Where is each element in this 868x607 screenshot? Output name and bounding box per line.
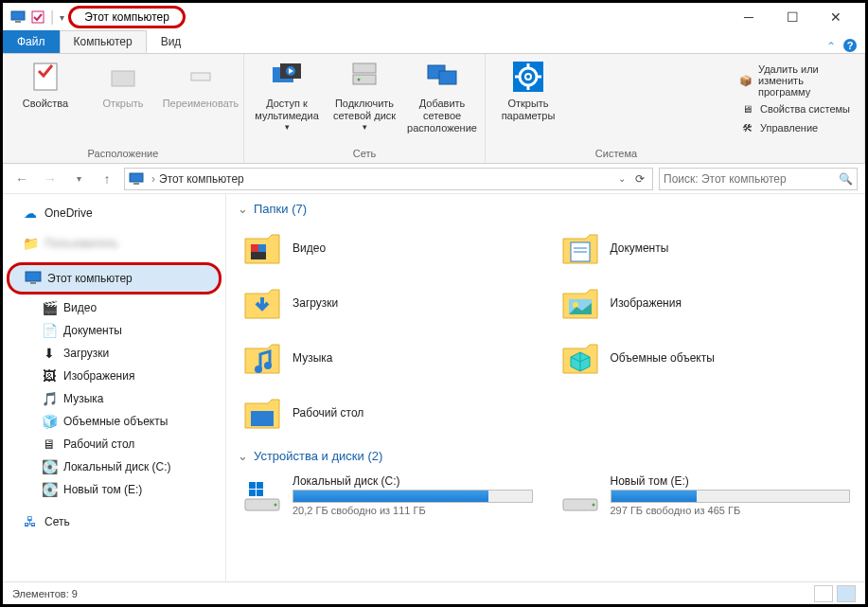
nav-up-button[interactable]: ↑ xyxy=(96,168,118,190)
maximize-button[interactable]: ☐ xyxy=(771,3,814,31)
view-tiles-icon[interactable] xyxy=(837,585,856,602)
drive-item[interactable]: Локальный диск (C:)20,2 ГБ свободно из 1… xyxy=(238,471,537,520)
nav-item[interactable]: 💽Локальный диск (C:) xyxy=(3,455,225,478)
nav-network[interactable]: 🖧Сеть xyxy=(3,510,225,533)
open-settings-button[interactable]: Открыть параметры xyxy=(493,60,563,146)
system-props-icon: 🖥 xyxy=(739,101,754,116)
folder-item[interactable]: Объемные объекты xyxy=(556,333,855,383)
chevron-down-icon: ⌄ xyxy=(238,202,248,216)
svg-rect-43 xyxy=(257,490,263,496)
nav-user-folder[interactable]: 📁Пользователь xyxy=(3,232,225,255)
folder-icon xyxy=(241,282,283,324)
system-small-buttons: 📦Удалить или изменить программу 🖥Свойств… xyxy=(739,60,857,161)
ribbon: Свойства Открыть Переименовать Расположе… xyxy=(3,54,865,164)
onedrive-icon: ☁ xyxy=(22,205,39,222)
folder-icon: 🖥 xyxy=(41,436,58,453)
nav-recent-icon[interactable]: ▾ xyxy=(67,168,90,190)
svg-rect-40 xyxy=(249,482,256,489)
breadcrumb-segment[interactable]: Этот компьютер xyxy=(159,172,244,186)
close-button[interactable]: ✕ xyxy=(814,3,858,31)
media-icon xyxy=(270,60,304,94)
tab-view[interactable]: Вид xyxy=(147,30,196,53)
folder-item[interactable]: Музыка xyxy=(238,333,537,383)
svg-rect-37 xyxy=(251,411,274,426)
status-text: Элементов: 9 xyxy=(12,588,78,599)
uninstall-button[interactable]: 📦Удалить или изменить программу xyxy=(739,63,857,98)
drive-item[interactable]: Новый том (E:)297 ГБ свободно из 465 ГБ xyxy=(556,471,855,520)
computer-icon xyxy=(10,10,26,24)
map-drive-button[interactable]: Подключить сетевой диск▾ xyxy=(329,60,399,146)
svg-rect-29 xyxy=(258,244,266,252)
svg-rect-24 xyxy=(133,183,139,185)
search-input[interactable] xyxy=(664,172,839,186)
status-bar: Элементов: 9 xyxy=(3,581,865,604)
folder-icon xyxy=(559,282,601,324)
nav-onedrive[interactable]: ☁OneDrive xyxy=(3,202,225,224)
svg-point-45 xyxy=(592,504,594,507)
view-details-icon[interactable] xyxy=(814,585,833,602)
ribbon-group-location: Свойства Открыть Переименовать Расположе… xyxy=(3,54,244,163)
nav-item[interactable]: 🧊Объемные объекты xyxy=(3,410,225,433)
svg-point-13 xyxy=(358,79,361,81)
nav-forward-button: → xyxy=(39,168,62,190)
ribbon-tabs: Файл Компьютер Вид ⌃ ? xyxy=(3,31,865,54)
collapse-ribbon-icon[interactable]: ⌃ xyxy=(820,40,842,53)
drives-section-header[interactable]: ⌄Устройства и диски (2) xyxy=(238,449,854,463)
svg-rect-2 xyxy=(32,11,44,23)
rename-icon xyxy=(184,60,218,94)
drive-network-icon xyxy=(347,60,381,94)
svg-rect-23 xyxy=(130,173,143,182)
folder-icon: 🖼 xyxy=(41,367,58,384)
nav-item[interactable]: 💽Новый том (E:) xyxy=(3,478,225,501)
minimize-button[interactable]: ─ xyxy=(727,3,771,31)
svg-point-34 xyxy=(573,302,578,308)
folder-icon: 💽 xyxy=(41,481,58,498)
computer-icon xyxy=(129,172,144,186)
properties-button[interactable]: Свойства xyxy=(10,60,80,146)
svg-rect-11 xyxy=(353,75,376,84)
folder-item[interactable]: Рабочий стол xyxy=(238,388,537,437)
qat-dropdown-icon[interactable]: ▾ xyxy=(60,12,64,23)
nav-item[interactable]: 🎬Видео xyxy=(3,296,225,319)
svg-rect-0 xyxy=(11,11,25,20)
folder-icon: 📄 xyxy=(41,322,58,339)
breadcrumb-bar[interactable]: › Этот компьютер ⌄ ⟳ xyxy=(124,168,653,190)
nav-item[interactable]: 🖼Изображения xyxy=(3,365,225,387)
svg-text:?: ? xyxy=(847,40,854,51)
ribbon-group-network: Доступ к мультимедиа▾ Подключить сетевой… xyxy=(244,54,486,163)
settings-icon xyxy=(511,60,545,94)
nav-item[interactable]: 🖥Рабочий стол xyxy=(3,433,225,455)
tab-computer[interactable]: Компьютер xyxy=(60,30,147,53)
search-icon[interactable]: 🔍 xyxy=(839,172,853,186)
nav-item[interactable]: ⬇Загрузки xyxy=(3,342,225,365)
folder-item[interactable]: Загрузки xyxy=(238,278,537,328)
nav-item[interactable]: 🎵Музыка xyxy=(3,387,225,410)
svg-rect-26 xyxy=(30,282,36,284)
manage-icon: 🛠 xyxy=(739,120,754,135)
manage-button[interactable]: 🛠Управление xyxy=(739,120,857,135)
open-button: Открыть xyxy=(88,60,158,146)
svg-rect-15 xyxy=(439,71,456,84)
tab-file[interactable]: Файл xyxy=(3,30,60,53)
svg-rect-41 xyxy=(257,482,263,489)
system-props-button[interactable]: 🖥Свойства системы xyxy=(739,101,857,116)
checkbox-icon[interactable] xyxy=(31,10,44,24)
folders-section-header[interactable]: ⌄Папки (7) xyxy=(238,202,854,216)
help-icon[interactable]: ? xyxy=(842,38,865,53)
computer-icon xyxy=(25,270,42,287)
folder-item[interactable]: Видео xyxy=(238,223,537,273)
media-access-button[interactable]: Доступ к мультимедиа▾ xyxy=(252,60,322,146)
svg-rect-5 xyxy=(34,63,57,90)
search-box[interactable]: 🔍 xyxy=(659,168,858,190)
nav-item[interactable]: 📄Документы xyxy=(3,319,225,342)
breadcrumb-dropdown-icon[interactable]: ⌄ xyxy=(612,173,631,184)
properties-icon xyxy=(28,60,62,94)
refresh-icon[interactable]: ⟳ xyxy=(631,172,648,186)
folder-item[interactable]: Документы xyxy=(556,223,855,273)
svg-rect-28 xyxy=(251,244,258,252)
add-network-location-button[interactable]: Добавить сетевое расположение xyxy=(407,60,477,146)
title-bar: | ▾ Этот компьютер ─ ☐ ✕ xyxy=(3,3,865,31)
nav-this-pc[interactable]: Этот компьютер xyxy=(7,262,221,295)
nav-back-button[interactable]: ← xyxy=(10,168,33,190)
folder-item[interactable]: Изображения xyxy=(556,278,855,328)
